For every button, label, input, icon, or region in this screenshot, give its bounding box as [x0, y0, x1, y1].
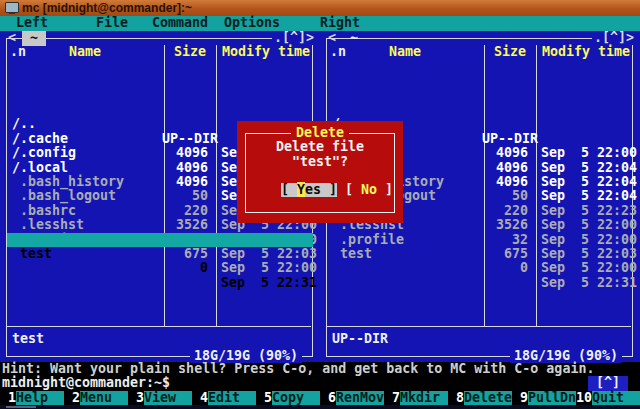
file-row[interactable]: /.. UP--DIR Sep 5 22:00: [7, 103, 313, 117]
window-title: mc [midnight@commander]:~: [22, 0, 192, 16]
bottom-scrollbar[interactable]: [0, 405, 640, 409]
ministatus-divider: [7, 326, 311, 327]
menu-left[interactable]: Left: [16, 16, 48, 30]
fkey-number: 9: [512, 391, 528, 405]
file-name: test: [327, 247, 372, 261]
yes-button[interactable]: [ Yes ]: [281, 183, 337, 197]
yes-hotkey: Y: [297, 182, 305, 197]
fkey-button[interactable]: 9 PullDn: [512, 391, 576, 405]
file-row[interactable]: test 0 Sep 5 22:31: [7, 233, 313, 247]
file-name: test: [7, 247, 52, 261]
column-header-name[interactable]: Name: [326, 45, 484, 60]
scrollback-up-icon[interactable]: [^]: [588, 376, 628, 390]
fkey-button[interactable]: 4 Edit: [192, 391, 256, 405]
menu-file[interactable]: File: [96, 16, 128, 30]
file-mtime: Sep 5 22:31: [221, 276, 317, 290]
file-mtime: Sep 5 22:03: [541, 247, 637, 261]
fkey-button[interactable]: 6 RenMov: [320, 391, 384, 405]
ministatus-divider: [327, 326, 631, 327]
fkey-label: Edit: [208, 391, 256, 405]
fkey-label: Delete: [464, 391, 512, 405]
file-mtime: Sep 5 22:03: [221, 247, 317, 261]
fkey-number: 7: [384, 391, 400, 405]
file-mtime: Sep 5 22:00: [541, 261, 637, 275]
file-size: 675: [482, 247, 528, 261]
hint-line: Hint: Want your plain shell? Press C-o, …: [2, 362, 638, 376]
terminal-icon: [5, 2, 19, 13]
column-header-size[interactable]: Size: [488, 45, 532, 60]
fkey-button[interactable]: 2 Menu: [64, 391, 128, 405]
menu-command[interactable]: Command: [152, 16, 208, 30]
fkey-number: 6: [320, 391, 336, 405]
fkey-number: 5: [256, 391, 272, 405]
function-key-bar: 1 Help 2 Menu 3 View 4 Edit 5 Copy 6 Ren…: [0, 391, 640, 405]
fkey-label: Copy: [272, 391, 320, 405]
fkey-number: 3: [128, 391, 144, 405]
file-size: 0: [482, 261, 528, 275]
fkey-number: 10: [576, 391, 592, 405]
file-mtime: Sep 5 22:00: [221, 261, 317, 275]
fkey-number: 1: [0, 391, 16, 405]
file-size: 0: [162, 261, 208, 275]
fkey-number: 4: [192, 391, 208, 405]
dialog-message-line2: "test"?: [237, 155, 403, 169]
scrollbar-thumb[interactable]: [6, 406, 36, 409]
no-hotkey: No: [361, 182, 377, 197]
right-mini-status: UP--DIR: [332, 332, 388, 346]
fkey-label: Menu: [80, 391, 128, 405]
fkey-number: 8: [448, 391, 464, 405]
fkey-label: Mkdir: [400, 391, 448, 405]
fkey-label: Help: [16, 391, 64, 405]
fkey-label: View: [144, 391, 192, 405]
left-mini-status: test: [12, 332, 44, 346]
fkey-button[interactable]: 8 Delete: [448, 391, 512, 405]
dialog-message-line1: Delete file: [237, 140, 403, 154]
fkey-label: Quit: [592, 391, 640, 405]
fkey-label: RenMov: [336, 391, 384, 405]
shell-prompt[interactable]: midnight@commander:~$: [2, 376, 170, 390]
fkey-button[interactable]: 3 View: [128, 391, 192, 405]
fkey-button[interactable]: 5 Copy: [256, 391, 320, 405]
no-button[interactable]: [ No ]: [345, 183, 393, 197]
fkey-label: PullDn: [528, 391, 576, 405]
column-header-size[interactable]: Size: [168, 45, 212, 60]
fkey-number: 2: [64, 391, 80, 405]
file-mtime: Sep 5 22:31: [541, 276, 637, 290]
menu-right[interactable]: Right: [320, 16, 360, 30]
fkey-button[interactable]: 7 Mkdir: [384, 391, 448, 405]
fkey-button[interactable]: 10 Quit: [576, 391, 640, 405]
file-size: 675: [162, 247, 208, 261]
menu-options[interactable]: Options: [224, 16, 280, 30]
file-row[interactable]: /.. UP--DIR Sep 5 22:00: [327, 103, 633, 117]
column-header-modify-time[interactable]: Modify time: [538, 45, 634, 60]
menu-bar: Left File Command Options Right: [0, 16, 640, 31]
column-header-name[interactable]: Name: [6, 45, 164, 60]
fkey-button[interactable]: 1 Help: [0, 391, 64, 405]
delete-dialog: Delete Delete file "test"? [ Yes ] [ No …: [237, 121, 403, 223]
column-header-modify-time[interactable]: Modify time: [218, 45, 314, 60]
file-row[interactable]: test 0 Sep 5 22:31: [327, 233, 633, 247]
window-titlebar: mc [midnight@commander]:~ − □ ✕: [0, 0, 640, 16]
